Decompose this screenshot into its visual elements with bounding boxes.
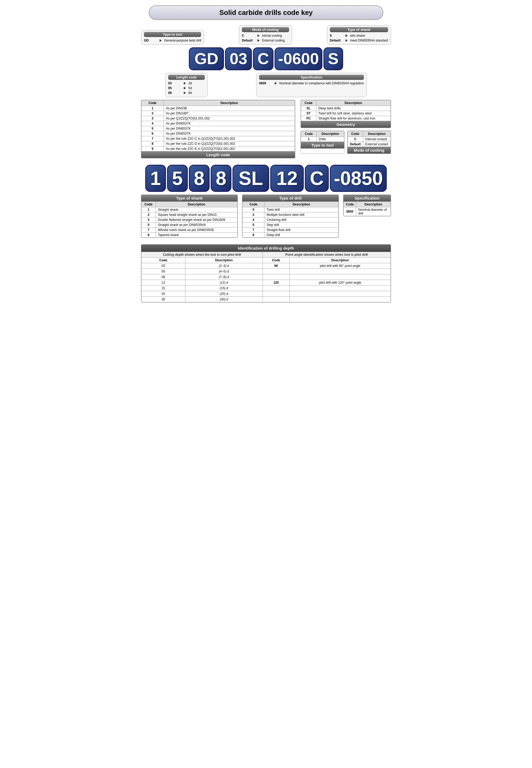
- table-row: 3Double flattened straight shank as per …: [142, 217, 238, 222]
- type-to-tool-label: Type to tool: [144, 32, 201, 37]
- geometry-table: Code Description SLDeep twist drillsSTTw…: [301, 100, 391, 121]
- length-code-table: Code Description 1As per DIN3382As per D…: [141, 100, 295, 151]
- type-shank-table: Code Description 1Straight shank2Square …: [141, 201, 238, 238]
- code-block-C: C: [253, 47, 273, 70]
- table-row: SLDeep twist drills: [301, 106, 391, 111]
- identification-title: Identification of drilling depth: [141, 244, 391, 252]
- specification-table: Code Description 0850Nominal diameter of…: [343, 201, 391, 216]
- arrow-icon: [257, 34, 260, 37]
- mode-cooling-table-title: Mode of cooling: [347, 147, 391, 153]
- ttl-desc: General-purpose twist drill: [164, 38, 201, 43]
- table-row: 0850Nominal diameter of drill: [344, 207, 391, 216]
- table-row: 4Centering drill: [243, 217, 339, 222]
- identification-table: Cutting depth shown when the tool is non…: [141, 252, 391, 302]
- table-row: STTwist drill for soft steel, stainless …: [301, 111, 391, 116]
- table-row: 3Multiple functions twist drill: [243, 212, 339, 217]
- col-description: Description: [164, 100, 295, 106]
- length-code-label-top: Length code: [168, 75, 205, 80]
- table-row: 03(2~3) d90pilot drill with 90° point an…: [142, 263, 391, 269]
- mode-cooling-panel-top: Mode of cooling CIntrnal cooling Default…: [239, 25, 292, 45]
- geometry-table-wrapper: Code Description SLDeep twist drillsSTTw…: [301, 100, 391, 128]
- type-shank-table-wrapper: Type of shank Code Description 1Straight…: [141, 194, 238, 238]
- table-row: CInternal coolant: [348, 137, 391, 142]
- arrow-icon: [346, 39, 348, 42]
- arrow-icon: [257, 39, 260, 42]
- table-row: 5Step drill: [243, 222, 339, 227]
- arrow-icon: [160, 39, 162, 42]
- code-block-0850: -0850: [330, 165, 387, 192]
- table-row: 12(12) d120pilot drill with 120° point a…: [142, 280, 391, 285]
- geometry-table-title: Geometry: [301, 121, 391, 128]
- table-row: 30(30) d: [142, 297, 391, 302]
- table-row: 6As per DIN6537K: [142, 131, 295, 136]
- type-drill-table: Code Description 0Twist drill3Multiple f…: [242, 201, 339, 238]
- table-row: 2As per DIN1897: [142, 111, 295, 116]
- code-block-12: 12: [270, 165, 304, 192]
- table-row: 7As per the rule ZZC-C in QJ/ZZQ(TO)01.0…: [142, 136, 295, 141]
- code-display-1: GD 03 C -0600 S: [141, 47, 391, 70]
- table-row: 9As per the rule ZZC-E in QJ/ZZQ(TO)01.0…: [142, 146, 295, 151]
- type-shank-panel-top: Type of shank Sslim shank Defaultmeet DI…: [327, 25, 391, 45]
- table-row: 20(20) d: [142, 291, 391, 297]
- arrow-icon: [184, 82, 186, 85]
- code-block-8a: 8: [189, 165, 210, 192]
- table-row: 3As per QJ/ZZQ(TO)01.001.002: [142, 116, 295, 121]
- code-block-8b: 8: [211, 165, 231, 192]
- table-row: 7Straight flute drill: [243, 227, 339, 232]
- code-block-03: 03: [225, 47, 252, 70]
- mode-cooling-label-top: Mode of cooling: [242, 27, 289, 32]
- table-row: 1As per DIN338: [142, 106, 295, 111]
- type-to-tool-table: Code Description 1 Drills: [301, 131, 344, 142]
- table-row: 4As per DIN6537K: [142, 121, 295, 126]
- specification-panel-top: Specification 0600Nominal diameter in co…: [256, 73, 367, 97]
- mode-cooling-table-wrapper: Code Description CInternal coolantDefaul…: [347, 131, 391, 154]
- arrow-icon: [184, 92, 186, 94]
- type-to-tool-table-title: Type to tool: [301, 142, 344, 148]
- arrow-icon: [275, 82, 277, 85]
- code-block-S: S: [323, 47, 343, 70]
- table-row: 7Whistle notch shank as per DIN6535HE: [142, 227, 238, 232]
- mode-cooling-table: Code Description CInternal coolantDefaul…: [347, 131, 391, 147]
- specification-label-top: Specification: [259, 75, 364, 80]
- table-row: 08(7~8) d: [142, 274, 391, 280]
- table-row: 05(4~5) d: [142, 269, 391, 274]
- table-row: 1Straight shank: [142, 207, 238, 212]
- code-display-2: 1 5 8 8 SL 12 C -0850: [141, 165, 391, 192]
- specification-table-wrapper: Specification Code Description 0850Nomin…: [343, 194, 391, 216]
- type-drill-table-wrapper: Type of drill Code Description 0Twist dr…: [242, 194, 339, 238]
- table-row: 1 Drills: [301, 137, 344, 142]
- ttl-code: GD: [144, 38, 157, 43]
- length-code-panel-top: Length code 033d 055d 088d: [165, 73, 208, 97]
- arrow-icon: [184, 87, 186, 89]
- col-code: Code: [142, 100, 164, 106]
- table-row: 8Deep drill: [243, 232, 339, 238]
- code-block-C2: C: [305, 165, 329, 192]
- code-block-1: 1: [145, 165, 166, 192]
- code-block-SL: SL: [232, 165, 269, 192]
- type-drill-table-title: Type of drill: [242, 195, 339, 201]
- code-block-0600: -0600: [275, 47, 322, 70]
- type-shank-table-title: Type of shank: [141, 195, 238, 201]
- length-code-table-title: Length code: [141, 151, 295, 158]
- page-title: Solid carbide drills code key: [149, 5, 383, 20]
- type-to-tool-table-wrapper: Code Description 1 Drills Type to tool: [301, 131, 344, 154]
- type-shank-label-top: Type of shank: [330, 27, 388, 32]
- table-row: PCStraight flute drill for aluminum, cas…: [301, 116, 391, 121]
- code-block-GD: GD: [189, 47, 224, 70]
- table-row: 2Square head straight shank as per DIN10: [142, 212, 238, 217]
- table-row: 5As per DIN6537K: [142, 126, 295, 131]
- table-row: 0Twist drill: [243, 207, 339, 212]
- arrow-icon: [346, 34, 348, 37]
- type-to-tool-panel: Type to tool GD General-purpose twist dr…: [141, 30, 204, 45]
- table-row: 15(15) d: [142, 285, 391, 291]
- table-row: 5Straight shank as per DIN6535HA: [142, 222, 238, 227]
- table-row: DefaultExternal coolant: [348, 142, 391, 147]
- code-block-5: 5: [167, 165, 188, 192]
- length-code-table-wrapper: Code Description 1As per DIN3382As per D…: [141, 100, 295, 158]
- specification-table-title: Specification: [343, 195, 391, 201]
- table-row: 9Tapered shank: [142, 232, 238, 238]
- identification-table-wrapper: Identification of drilling depth Cutting…: [141, 244, 391, 302]
- table-row: 8As per the rule ZZC-D in QJ/ZZQ(TO)01.0…: [142, 141, 295, 146]
